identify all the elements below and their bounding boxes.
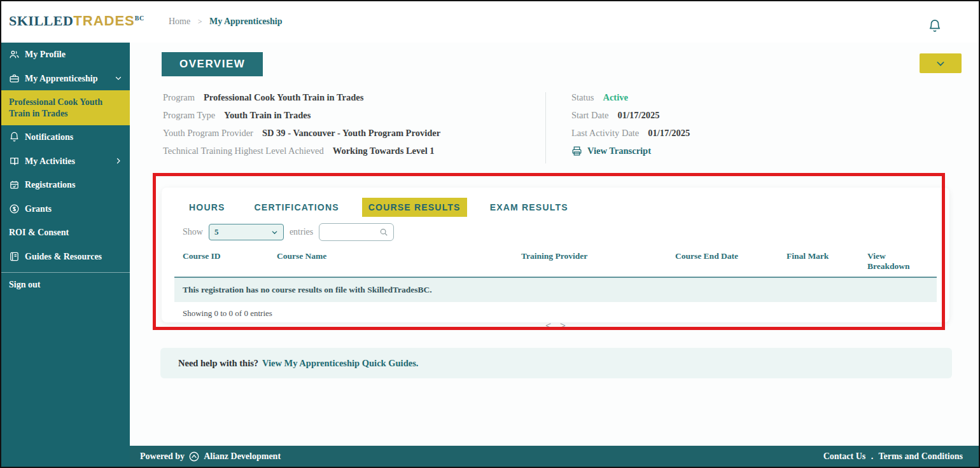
logo-text-trades: TRADES — [73, 13, 134, 29]
table-header-row: Course ID Course Name Training Provider … — [174, 249, 937, 278]
table-search — [319, 223, 394, 241]
view-transcript-link[interactable]: View Transcript — [571, 146, 690, 156]
program-label: Program — [163, 92, 195, 103]
bell-icon — [9, 132, 20, 142]
status-label: Status — [571, 92, 594, 103]
column-course-name[interactable]: Course Name — [277, 251, 521, 272]
sidebar-item-label: Registrations — [25, 179, 75, 191]
status-badge: Active — [603, 92, 627, 103]
logo-text-skilled: SKILLED — [9, 13, 73, 29]
breadcrumb: Home > My Apprenticeship — [169, 17, 282, 27]
logo-text-bc: BC — [135, 15, 144, 22]
contact-us-link[interactable]: Contact Us — [823, 451, 866, 461]
entries-label: entries — [290, 227, 313, 237]
alianz-logo-icon — [188, 451, 200, 462]
sidebar-item-my-profile[interactable]: My Profile — [1, 43, 130, 67]
sidebar-item-grants[interactable]: Grants — [1, 197, 130, 221]
column-course-id[interactable]: Course ID — [183, 251, 277, 272]
sidebar-item-label: Guides & Resources — [25, 251, 102, 263]
column-course-end-date[interactable]: Course End Date — [675, 251, 787, 272]
terms-link[interactable]: Terms and Conditions — [878, 451, 963, 461]
page-size-select[interactable]: 5 — [209, 224, 284, 240]
footer-powered-by: Powered by Alianz Development — [140, 451, 281, 462]
sidebar-item-label: ROI & Consent — [9, 227, 69, 238]
breadcrumb-current[interactable]: My Apprenticeship — [209, 17, 282, 26]
highest-level-value: Working Towards Level 1 — [333, 146, 435, 156]
program-details-right: Status Active Start Date 01/17/2025 Last… — [545, 92, 690, 163]
results-tabs: HOURS CERTIFICATIONS COURSE RESULTS EXAM… — [162, 188, 949, 217]
program-type-label: Program Type — [163, 110, 215, 121]
chevron-down-icon — [271, 229, 278, 236]
page-size-value: 5 — [214, 227, 219, 237]
briefcase-icon — [9, 73, 20, 84]
course-results-table: Course ID Course Name Training Provider … — [174, 249, 937, 331]
sidebar-item-my-activities[interactable]: My Activities — [1, 149, 130, 174]
last-activity-label: Last Activity Date — [571, 128, 639, 139]
sidebar-nav: My Profile My Apprenticeship Professiona… — [1, 43, 130, 467]
sidebar-item-label: Grants — [25, 203, 52, 215]
main-content: OVERVIEW Program Professional Cook Youth… — [130, 43, 979, 446]
tab-hours[interactable]: HOURS — [183, 198, 232, 217]
tab-course-results[interactable]: COURSE RESULTS — [362, 198, 467, 217]
help-box: Need help with this? View My Apprentices… — [160, 348, 952, 378]
program-type-value: Youth Train in Trades — [224, 110, 311, 121]
help-text: Need help with this? — [178, 358, 258, 369]
activities-icon — [9, 156, 20, 167]
youth-provider-value: SD 39 - Vancouver - Youth Program Provid… — [262, 128, 440, 139]
registrations-icon — [9, 179, 20, 190]
sidebar-item-label: Sign out — [9, 279, 40, 291]
footer-links: Contact Us . Terms and Conditions — [823, 451, 963, 462]
app-window: SKILLEDTRADESBC Home > My Apprenticeship… — [0, 0, 980, 468]
collapse-section-button[interactable] — [920, 53, 962, 73]
guides-icon — [9, 251, 20, 262]
sidebar-item-label: My Profile — [25, 49, 66, 60]
tab-exam-results[interactable]: EXAM RESULTS — [484, 198, 575, 217]
table-summary: Showing 0 to 0 of 0 entries — [174, 302, 937, 319]
sidebar-item-label: My Activities — [25, 156, 75, 167]
table-empty-message: This registration has no course results … — [174, 278, 937, 302]
table-controls: Show 5 entries — [162, 217, 949, 241]
tab-certifications[interactable]: CERTIFICATIONS — [248, 198, 346, 217]
sidebar-item-my-apprenticeship[interactable]: My Apprenticeship — [1, 67, 130, 91]
start-date-label: Start Date — [571, 110, 608, 121]
search-icon[interactable] — [379, 228, 388, 237]
breadcrumb-separator: > — [198, 17, 202, 26]
footer-bar: Powered by Alianz Development Contact Us… — [130, 446, 979, 467]
sidebar-item-guides-resources[interactable]: Guides & Resources — [1, 245, 130, 269]
start-date-value: 01/17/2025 — [617, 110, 659, 121]
highest-level-label: Technical Training Highest Level Achieve… — [163, 146, 324, 156]
program-details-section: Program Professional Cook Youth Train in… — [163, 92, 960, 163]
results-card: HOURS CERTIFICATIONS COURSE RESULTS EXAM… — [162, 188, 949, 322]
breadcrumb-home[interactable]: Home — [169, 17, 190, 26]
column-final-mark[interactable]: Final Mark — [787, 251, 867, 272]
page-title: OVERVIEW — [162, 52, 263, 76]
sidebar-item-label: Notifications — [25, 132, 73, 143]
company-name[interactable]: Alianz Development — [204, 451, 281, 462]
sidebar-item-notifications[interactable]: Notifications — [1, 125, 130, 149]
printer-icon — [571, 146, 582, 156]
program-value: Professional Cook Youth Train in Trades — [204, 92, 364, 103]
pagination-next-icon[interactable]: > — [560, 320, 566, 331]
sidebar-item-sign-out[interactable]: Sign out — [1, 273, 130, 297]
sidebar-item-label: My Apprenticeship — [25, 73, 97, 85]
table-search-input[interactable] — [325, 227, 379, 237]
sidebar-item-label: Professional Cook Youth Train in Trades — [9, 97, 122, 119]
view-transcript-label: View Transcript — [587, 146, 651, 156]
top-bar: SKILLEDTRADESBC Home > My Apprenticeship — [1, 1, 979, 43]
profile-icon — [9, 49, 20, 60]
table-pagination: < > — [174, 320, 937, 331]
sidebar-item-roi-consent[interactable]: ROI & Consent — [1, 221, 130, 245]
column-view-breakdown[interactable]: View Breakdown — [867, 251, 928, 272]
sidebar-item-professional-cook[interactable]: Professional Cook Youth Train in Trades — [1, 90, 130, 125]
quick-guides-link[interactable]: View My Apprenticeship Quick Guides. — [262, 358, 418, 369]
powered-by-label: Powered by — [140, 451, 185, 462]
chevron-down-icon — [115, 74, 122, 82]
column-training-provider[interactable]: Training Provider — [521, 251, 675, 272]
skilledtradesbc-logo[interactable]: SKILLEDTRADESBC — [9, 13, 144, 29]
pagination-prev-icon[interactable]: < — [545, 320, 551, 331]
sidebar-item-registrations[interactable]: Registrations — [1, 173, 130, 197]
notifications-bell-icon[interactable] — [928, 19, 942, 33]
chevron-down-icon — [935, 59, 946, 69]
grants-icon — [9, 203, 20, 214]
youth-provider-label: Youth Program Provider — [163, 128, 253, 139]
